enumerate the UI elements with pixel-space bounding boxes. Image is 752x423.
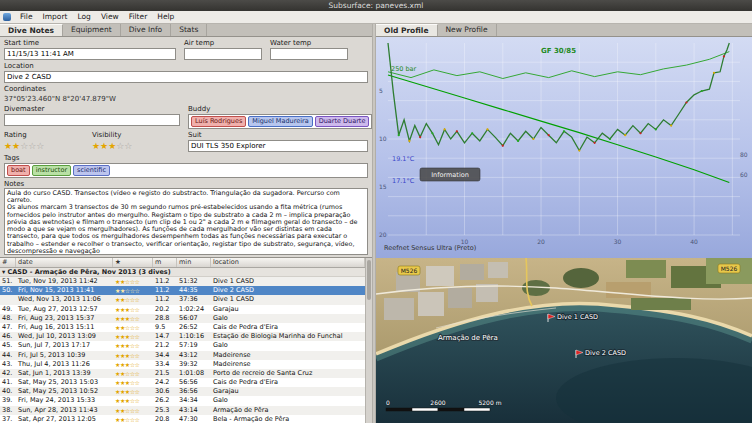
dive-date: Sun, Apr 28, 2013 11:43 bbox=[16, 406, 113, 415]
menu-log[interactable]: Log bbox=[72, 12, 95, 21]
water-temp-label: Water temp bbox=[270, 39, 348, 47]
star-icon: ☆ bbox=[28, 141, 36, 151]
dive-depth: 11.2 bbox=[153, 295, 177, 304]
tag-chip[interactable]: boat bbox=[7, 165, 30, 176]
menubar: FileImportLogViewFilterHelp bbox=[0, 11, 752, 24]
dive-location: Madeirense bbox=[211, 360, 365, 369]
dive-row[interactable]: 46.Wed, Jul 10, 2013 13:09★★★☆☆14.71:10:… bbox=[0, 332, 365, 341]
tag-chip[interactable]: Luís Rodrigues bbox=[191, 116, 246, 127]
suit-input[interactable] bbox=[188, 140, 368, 152]
depth-tick: 10 bbox=[379, 135, 387, 142]
dive-date: Sat, Jun 1, 2013 13:39 bbox=[16, 369, 113, 378]
scrollbar-thumb[interactable] bbox=[367, 260, 371, 300]
divemaster-input[interactable] bbox=[4, 114, 180, 126]
dive-profile-panel: GF 30/85250 bar19.1°C17.1°CInformationRe… bbox=[376, 37, 752, 258]
dive-depth: 11.2 bbox=[153, 277, 177, 286]
dive-duration: 39:32 bbox=[177, 360, 211, 369]
column-header-2[interactable]: ★ bbox=[113, 258, 153, 267]
left-tabbar: Dive NotesEquipmentDive InfoStats bbox=[0, 24, 372, 37]
dive-number: 47. bbox=[0, 323, 16, 332]
dive-row[interactable]: 42.Sat, Jun 1, 2013 13:39★★☆☆☆21.51:01:0… bbox=[0, 369, 365, 378]
scale-label: 5200 m bbox=[478, 399, 501, 406]
column-header-4[interactable]: min bbox=[177, 258, 211, 267]
dive-rating: ★★★☆☆ bbox=[113, 378, 153, 387]
dive-list-scrollbar[interactable] bbox=[365, 258, 372, 423]
rating-label: Rating bbox=[4, 131, 92, 139]
temp-label-2: 17.1°C bbox=[392, 177, 415, 185]
dive-row[interactable]: 37.Sat, Apr 27, 2013 12:05★★☆☆☆20.847:30… bbox=[0, 415, 365, 423]
dive-row[interactable]: 38.Sun, Apr 28, 2013 11:43★★☆☆☆25.343:14… bbox=[0, 406, 365, 415]
dive-number: 38. bbox=[0, 406, 16, 415]
menu-file[interactable]: File bbox=[15, 12, 38, 21]
dive-row[interactable]: 47.Fri, Aug 16, 2013 15:11★★☆☆☆9.526:52C… bbox=[0, 323, 365, 332]
tab-old-profile[interactable]: Old Profile bbox=[376, 24, 438, 36]
menu-import[interactable]: Import bbox=[38, 12, 73, 21]
dive-row[interactable]: 49.Tue, Aug 27, 2013 12:57★★★☆☆20.21:02:… bbox=[0, 305, 365, 314]
column-header-1[interactable]: date bbox=[16, 258, 113, 267]
time-tick: 40 bbox=[690, 238, 698, 245]
menu-items: FileImportLogViewFilterHelp bbox=[15, 11, 179, 23]
start-time-input[interactable] bbox=[4, 48, 176, 60]
dive-row[interactable]: 40.Sat, May 25, 2013 10:52★★★☆☆30.636:56… bbox=[0, 387, 365, 396]
dive-duration: 44:35 bbox=[177, 286, 211, 295]
air-temp-input[interactable] bbox=[184, 48, 262, 60]
dive-rating: ★★☆☆☆ bbox=[113, 369, 153, 378]
titlebar[interactable]: Subsurface: paneves.xml bbox=[0, 0, 752, 11]
tag-chip[interactable]: instructor bbox=[32, 165, 71, 176]
menu-filter[interactable]: Filter bbox=[124, 12, 153, 21]
water-temp-input[interactable] bbox=[270, 48, 348, 60]
dive-location: Galo bbox=[211, 341, 365, 350]
tag-chip[interactable]: scientific bbox=[73, 165, 110, 176]
dive-number: 39. bbox=[0, 396, 16, 405]
dive-number bbox=[0, 295, 16, 304]
menu-help[interactable]: Help bbox=[152, 12, 179, 21]
notes-textarea[interactable]: Aula do curso CASD. Transectos (vídeo e … bbox=[4, 188, 368, 255]
dive-date: Fri, Aug 16, 2013 15:11 bbox=[16, 323, 113, 332]
dive-row[interactable]: 51.Tue, Nov 19, 2013 11:42★★☆☆☆11.251:32… bbox=[0, 277, 365, 286]
column-header-3[interactable]: m bbox=[153, 258, 177, 267]
tab-dive-info[interactable]: Dive Info bbox=[121, 24, 172, 36]
divemaster-label: Divemaster bbox=[4, 105, 180, 113]
tags-input[interactable]: boatinstructorscientific bbox=[4, 163, 368, 178]
dive-row[interactable]: 44.Fri, Jul 5, 2013 10:39★★★☆☆34.443:12M… bbox=[0, 351, 365, 360]
dive-depth: 21.2 bbox=[153, 341, 177, 350]
dive-location: Dive 1 CASD bbox=[211, 277, 365, 286]
rating-stars[interactable]: ★★☆☆☆ bbox=[4, 140, 92, 152]
dive-row[interactable]: Wed, Nov 13, 2013 11:06★★☆☆☆11.237:36Div… bbox=[0, 295, 365, 304]
dive-depth: 21.5 bbox=[153, 369, 177, 378]
trip-header-row[interactable]: ▾ CASD - Armação de Pêra, Nov 2013 (3 di… bbox=[0, 268, 365, 277]
visibility-stars[interactable]: ★★★☆☆ bbox=[92, 140, 180, 152]
dive-row[interactable]: 39.Fri, May 24, 2013 15:33★★★☆☆26.234:34… bbox=[0, 396, 365, 405]
town-label: Armação de Pêra bbox=[438, 334, 498, 342]
map[interactable]: M526M526 Armação de Pêra Dive 1 CASDDive… bbox=[376, 258, 752, 423]
dive-location: Madeirense bbox=[211, 351, 365, 360]
dive-date: Wed, Nov 13, 2013 11:06 bbox=[16, 295, 113, 304]
tooltip-label: Information bbox=[431, 171, 469, 179]
tag-chip[interactable]: Miguel Madureira bbox=[248, 116, 312, 127]
tag-chip[interactable]: Duarte Duarte bbox=[315, 116, 370, 127]
location-input[interactable] bbox=[4, 71, 368, 83]
column-header-5[interactable]: location bbox=[211, 258, 365, 267]
dive-date: Fri, Aug 23, 2013 15:37 bbox=[16, 314, 113, 323]
dive-list-header: #date★mminlocation bbox=[0, 258, 365, 268]
dive-rating: ★★☆☆☆ bbox=[113, 286, 153, 295]
dive-rating: ★★★☆☆ bbox=[113, 387, 153, 396]
column-header-0[interactable]: # bbox=[0, 258, 16, 267]
dive-location: Galo bbox=[211, 314, 365, 323]
tab-new-profile[interactable]: New Profile bbox=[438, 24, 497, 36]
dive-row[interactable]: 48.Fri, Aug 23, 2013 15:37★★★☆☆28.856:07… bbox=[0, 314, 365, 323]
tab-equipment[interactable]: Equipment bbox=[63, 24, 121, 36]
dive-number: 44. bbox=[0, 351, 16, 360]
dive-duration: 43:14 bbox=[177, 406, 211, 415]
tab-stats[interactable]: Stats bbox=[171, 24, 207, 36]
buddy-input[interactable]: Luís RodriguesMiguel MadureiraDuarte Dua… bbox=[188, 114, 372, 129]
dive-row[interactable]: 41.Sat, May 25, 2013 15:03★★★☆☆24.256:56… bbox=[0, 378, 365, 387]
dive-profile-chart[interactable]: GF 30/85250 bar19.1°C17.1°CInformationRe… bbox=[376, 37, 752, 258]
left-pane: Dive NotesEquipmentDive InfoStats Start … bbox=[0, 24, 372, 423]
tab-dive-notes[interactable]: Dive Notes bbox=[0, 24, 63, 36]
dive-row[interactable]: 50.Fri, Nov 15, 2013 11:41★★☆☆☆11.244:35… bbox=[0, 286, 365, 295]
menu-view[interactable]: View bbox=[96, 12, 124, 21]
dive-row[interactable]: 45.Sun, Jul 7, 2013 17:17★★★☆☆21.257:19G… bbox=[0, 341, 365, 350]
dive-row[interactable]: 43.Thu, Jul 4, 2013 11:26★★★☆☆33.439:32M… bbox=[0, 360, 365, 369]
dive-date: Fri, Nov 15, 2013 11:41 bbox=[16, 286, 113, 295]
